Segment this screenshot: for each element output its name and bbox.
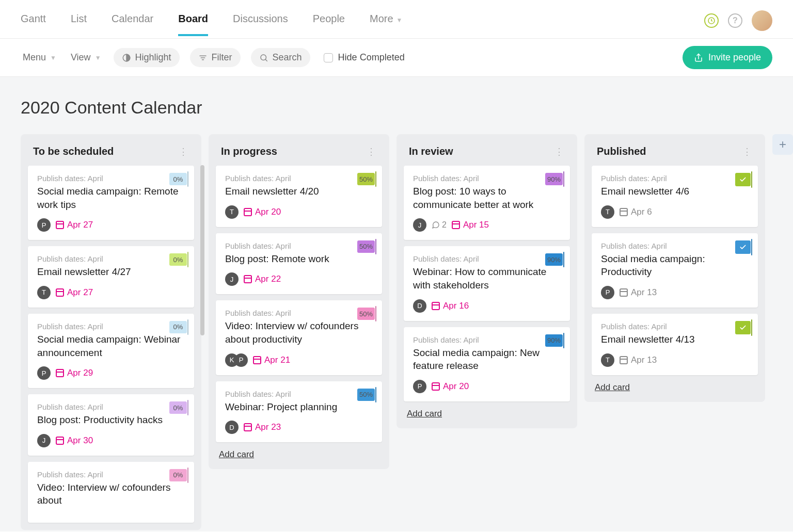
- card[interactable]: 0%Publish dates: AprilSocial media campa…: [28, 314, 194, 388]
- calendar-icon: [56, 437, 64, 445]
- assignee-avatar[interactable]: T: [601, 205, 614, 219]
- card-date: Apr 23: [244, 422, 281, 432]
- card[interactable]: Publish dates: AprilEmail newsletter 4/1…: [592, 314, 758, 375]
- card-title: Webinar: How to communicate with stakeho…: [413, 265, 561, 292]
- tab-calendar[interactable]: Calendar: [112, 13, 153, 29]
- card[interactable]: 0%Publish dates: AprilBlog post: Product…: [28, 394, 194, 456]
- assignee-avatar[interactable]: P: [37, 366, 51, 380]
- column-title: To be scheduled: [33, 146, 114, 157]
- tab-list[interactable]: List: [71, 13, 87, 29]
- calendar-icon: [244, 423, 252, 431]
- card[interactable]: 50%Publish dates: AprilEmail newsletter …: [216, 166, 382, 227]
- calendar-icon: [56, 369, 64, 377]
- card-title: Email newsletter 4/13: [601, 333, 749, 346]
- card[interactable]: Publish dates: AprilEmail newsletter 4/6…: [592, 166, 758, 227]
- card-date: Apr 15: [452, 220, 489, 230]
- card-title: Social media campaign: Remote work tips: [37, 185, 185, 211]
- card-date: Apr 16: [432, 301, 469, 311]
- calendar-icon: [432, 302, 440, 310]
- assignee-avatar[interactable]: T: [601, 353, 614, 367]
- add-card-button[interactable]: Add card: [592, 375, 758, 395]
- assignee-avatar[interactable]: J: [225, 272, 239, 286]
- invite-people-button[interactable]: Invite people: [683, 46, 772, 69]
- tab-more[interactable]: More▼: [370, 13, 402, 29]
- card-date: Apr 20: [244, 207, 281, 217]
- card-date: Apr 27: [56, 287, 93, 298]
- filter-button[interactable]: Filter: [190, 48, 241, 67]
- card-date: Apr 6: [620, 207, 652, 217]
- card[interactable]: Publish dates: AprilSocial media campaig…: [592, 233, 758, 308]
- assignee-avatar[interactable]: J: [37, 434, 51, 447]
- tab-gantt[interactable]: Gantt: [21, 13, 46, 29]
- assignee-avatar[interactable]: P: [601, 286, 614, 299]
- add-card-button[interactable]: Add card: [216, 442, 382, 462]
- column: Published⋮Publish dates: AprilEmail news…: [584, 134, 765, 402]
- add-column-button[interactable]: +: [772, 134, 793, 155]
- column-menu-icon[interactable]: ⋮: [742, 146, 753, 157]
- top-nav: GanttListCalendarBoardDiscussionsPeopleM…: [0, 0, 793, 39]
- hide-completed-toggle[interactable]: Hide Completed: [321, 52, 408, 63]
- column-menu-icon[interactable]: ⋮: [554, 146, 565, 157]
- card[interactable]: 0%Publish dates: AprilEmail newsletter 4…: [28, 246, 194, 308]
- add-card-button[interactable]: Add card: [404, 401, 570, 421]
- card-subtext: Publish dates: April: [225, 390, 373, 398]
- tab-people[interactable]: People: [313, 13, 345, 29]
- assignee-avatar[interactable]: P: [37, 218, 51, 232]
- card[interactable]: 50%Publish dates: AprilBlog post: Remote…: [216, 233, 382, 295]
- tab-discussions[interactable]: Discussions: [233, 13, 288, 29]
- card-title: Social media campaign: Productivity: [601, 252, 749, 279]
- calendar-icon: [620, 208, 628, 216]
- view-dropdown[interactable]: View▼: [69, 48, 103, 67]
- progress-badge: 50%: [357, 389, 375, 401]
- user-avatar[interactable]: [752, 10, 772, 31]
- card[interactable]: 90%Publish dates: AprilWebinar: How to c…: [404, 246, 570, 320]
- column-menu-icon[interactable]: ⋮: [367, 146, 377, 157]
- clock-icon[interactable]: [704, 13, 719, 28]
- card-subtext: Publish dates: April: [225, 241, 373, 250]
- assignee-avatar[interactable]: P: [234, 353, 248, 367]
- card[interactable]: 50%Publish dates: AprilVideo: Interview …: [216, 300, 382, 375]
- svg-point-5: [261, 55, 266, 60]
- share-icon: [694, 53, 703, 62]
- calendar-icon: [620, 356, 628, 364]
- card-date: Apr 13: [620, 355, 657, 365]
- assignee-avatar[interactable]: D: [225, 421, 239, 434]
- column: In review⋮90%Publish dates: AprilBlog po…: [396, 134, 577, 428]
- assignee-avatar[interactable]: T: [225, 205, 239, 219]
- menu-dropdown[interactable]: Menu▼: [21, 48, 58, 67]
- card[interactable]: 90%Publish dates: AprilBlog post: 10 way…: [404, 166, 570, 240]
- card-subtext: Publish dates: April: [601, 322, 749, 331]
- comment-count[interactable]: 2: [432, 220, 447, 230]
- card-title: Social media campaign: Webinar announcem…: [37, 333, 185, 359]
- card[interactable]: 0%Publish dates: AprilVideo: Interview w…: [28, 462, 194, 523]
- card-title: Blog post: Productivity hacks: [37, 413, 185, 427]
- assignee-avatar[interactable]: D: [413, 299, 426, 313]
- card-title: Video: Interview w/ cofounders about: [37, 481, 185, 507]
- svg-line-6: [265, 59, 267, 61]
- card-title: Video: Interview w/ cofounders about pro…: [225, 319, 373, 346]
- assignee-avatar[interactable]: J: [413, 218, 426, 232]
- card-date: Apr 20: [432, 381, 469, 392]
- card-subtext: Publish dates: April: [225, 174, 373, 183]
- toolbar: Menu▼ View▼ Highlight Filter Search Hide…: [0, 39, 793, 77]
- card[interactable]: 50%Publish dates: AprilWebinar: Project …: [216, 381, 382, 443]
- check-badge: [735, 321, 751, 334]
- card[interactable]: 0%Publish dates: AprilSocial media campa…: [28, 166, 194, 240]
- progress-badge: 0%: [169, 321, 187, 333]
- scrollbar[interactable]: [200, 165, 204, 335]
- search-icon: [259, 53, 268, 62]
- search-button[interactable]: Search: [251, 48, 310, 67]
- assignee-avatar[interactable]: P: [413, 380, 426, 393]
- tab-board[interactable]: Board: [178, 13, 208, 29]
- help-icon[interactable]: ?: [728, 13, 742, 28]
- card-subtext: Publish dates: April: [37, 402, 185, 411]
- card-title: Webinar: Project planning: [225, 400, 373, 414]
- card-subtext: Publish dates: April: [601, 174, 749, 183]
- highlight-button[interactable]: Highlight: [114, 48, 180, 67]
- assignee-avatar[interactable]: T: [37, 286, 51, 299]
- card[interactable]: 90%Publish dates: AprilSocial media camp…: [404, 327, 570, 401]
- column-menu-icon[interactable]: ⋮: [179, 146, 189, 157]
- card-date: Apr 22: [244, 274, 281, 284]
- card-subtext: Publish dates: April: [37, 174, 185, 183]
- card-date: Apr 27: [56, 220, 93, 230]
